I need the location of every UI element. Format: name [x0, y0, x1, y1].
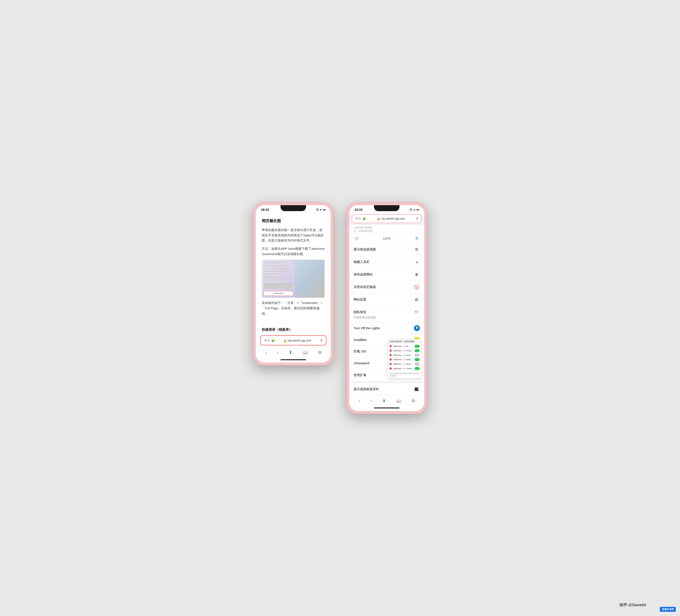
mini-ss-text-6: AdBlocker - 6. Custom: [393, 368, 413, 370]
ss-bar: [264, 265, 287, 266]
ss-right-panel: [295, 260, 324, 298]
watermark: 知乎·@Sweekli: [619, 603, 646, 608]
shield-icon: 🛡: [415, 310, 418, 314]
menu-desktop-site[interactable]: 请求桌面网站 🖥: [349, 268, 424, 281]
forward-button[interactable]: ›: [277, 350, 278, 355]
bulb-icon: 💡: [415, 326, 419, 330]
content-blocker-icon: 🚫: [413, 284, 420, 291]
bg-content: 大都习惯于使用第等。但是如果你稍: [349, 225, 424, 234]
puzzle-icon: 🧩: [271, 339, 275, 342]
signal-icon: ||||: [316, 208, 319, 211]
mini-ss-toggle-5: [415, 362, 420, 365]
url-bar-highlight[interactable]: 大小 🧩 🔒 mp.weixin.qq.com ↺: [260, 335, 327, 345]
right-phone-screen: 18:22 |||| ▲ ▬ 大小 🧩 🔒 mp.weixin.qq.com: [349, 205, 424, 411]
url-text: mp.weixin.qq.com: [381, 217, 405, 220]
svadilfari-label: Svadilfari: [353, 338, 367, 342]
turn-off-lights-label: Turn Off the Lights: [353, 326, 380, 330]
ss-bar: [264, 273, 281, 275]
quick-login-title: 快速登录（钥匙串）: [256, 324, 331, 334]
brand-badge: 蓝莓安卓网: [660, 607, 676, 612]
mini-ss-toggle-3: [415, 354, 420, 357]
mini-ss-toggle-4: [415, 358, 420, 361]
bookmarks-button[interactable]: 📖: [303, 350, 308, 355]
mini-ss-dot: [390, 368, 392, 370]
share-button[interactable]: ⬆: [382, 398, 386, 403]
back-button[interactable]: ‹: [265, 350, 267, 355]
reader-view-label: 显示阅读器视图: [353, 247, 376, 252]
mini-ss-row-4: AdBlocker - 4. Safety: [388, 357, 421, 362]
collapse-icon: ↘: [415, 260, 418, 264]
show-tab-bar-label: 显示底部标签页栏: [353, 387, 379, 391]
menu-privacy-report[interactable]: 隐私报告 🛡 没有联系过跟踪器: [349, 306, 424, 322]
left-status-icons: |||| ▲ ▬: [316, 208, 325, 211]
mini-ss-row-6: AdBlocker - 6. Custom: [388, 366, 421, 371]
tabs-button[interactable]: ⧉: [318, 350, 321, 355]
show-tab-bar-icon: ⬛: [413, 386, 420, 393]
left-phone-screen: 18:22 |||| ▲ ▬ 网页截长图 苹果的截长图功能一直没有向用户开放，虽…: [256, 205, 331, 363]
mini-ss-row-2: AdBlocker - 2. Privacy: [388, 349, 421, 353]
mini-ss-text-2: AdBlocker - 2. Privacy: [393, 350, 413, 352]
safari-url-bar-highlight[interactable]: 大小 🧩 🔒 mp.weixin.qq.com ↺: [352, 214, 422, 223]
ss-bar: [264, 262, 281, 263]
mini-ss-text-5: AdBlocker - 5. Others: [393, 363, 413, 365]
lock-icon: 🔒: [377, 217, 380, 220]
url-bar-center: 🔒 mp.weixin.qq.com: [275, 339, 320, 342]
block100-label: 拦截 100: [353, 349, 366, 353]
refresh-icon[interactable]: ↺: [416, 217, 418, 221]
menu-show-tab-bar[interactable]: 显示底部标签页栏 ⬛: [349, 383, 424, 395]
menu-reader-view[interactable]: 显示阅读器视图 ☰: [349, 243, 424, 256]
size-large[interactable]: 大: [414, 236, 420, 241]
wifi-icon: ▲: [320, 208, 322, 211]
gear-icon: ⚙️: [414, 298, 419, 302]
left-status-bar: 18:22 |||| ▲ ▬: [256, 205, 331, 213]
right-notch: [374, 205, 399, 211]
home-bar: [374, 407, 399, 408]
forward-button[interactable]: ›: [370, 398, 372, 403]
share-button[interactable]: ⬆: [289, 350, 292, 355]
bookmarks-button[interactable]: 📖: [396, 398, 401, 403]
mini-ss-text-4: AdBlocker - 4. Safety: [393, 358, 413, 361]
turn-off-lights-icon: 💡: [414, 325, 420, 331]
left-bottom-nav: ‹ › ⬆ 📖 ⧉: [256, 347, 331, 357]
signal-icon: ||||: [410, 208, 412, 211]
privacy-report-label: 隐私报告: [353, 310, 366, 314]
menu-site-settings[interactable]: 网站设置 ⚙️: [349, 294, 424, 306]
content-blocker-label: 关闭内容拦截器: [353, 285, 376, 289]
ss-bar: [264, 276, 293, 278]
menu-content-blocker[interactable]: 关闭内容拦截器 🚫: [349, 281, 424, 294]
screenshot-image: Screenshot: [262, 260, 325, 298]
ss-bar: [264, 280, 287, 281]
1password-label: 1Password: [353, 361, 369, 365]
size-small[interactable]: 小: [353, 236, 360, 241]
desktop-site-label: 请求桌面网站: [353, 272, 373, 276]
mini-ss-row-1: AdBlocker - 1. Ads: [388, 344, 421, 349]
mini-ss-dot: [390, 354, 392, 356]
wifi-icon: ▲: [413, 208, 416, 211]
page-wrapper: 18:22 |||| ▲ ▬ 网页截长图 苹果的截长图功能一直没有向用户开放，虽…: [244, 194, 436, 422]
menu-divider: [349, 381, 424, 383]
hide-toolbar-icon: ↘: [413, 259, 420, 266]
back-button[interactable]: ‹: [359, 398, 360, 403]
puzzle-icon: 🧩: [362, 217, 366, 220]
article-para2: 不过，如果在APP Store搜索下载了Awesome Screenshot就可…: [262, 246, 325, 257]
right-status-icons: |||| ▲ ▬: [410, 208, 419, 211]
tabs-button[interactable]: ⧉: [412, 398, 415, 403]
mini-ss-title: Safari浏览器 > 内容拦截器: [388, 339, 421, 344]
ss-bar: [264, 268, 293, 269]
refresh-icon[interactable]: ↺: [320, 339, 322, 343]
block-icon: 🚫: [414, 285, 419, 290]
battery-icon: ▬: [323, 208, 325, 211]
url-bar-left: 大小 🧩: [355, 217, 366, 221]
menu-hide-toolbar[interactable]: 隐藏工具栏 ↘: [349, 256, 424, 268]
url-bar-center: 🔒 mp.weixin.qq.com: [366, 217, 416, 220]
right-time: 18:22: [355, 208, 363, 211]
mini-screenshot: Safari浏览器 > 内容拦截器 AdBlocker - 1. Ads AdB…: [388, 339, 422, 379]
mini-ss-toggle-6: [415, 367, 420, 370]
privacy-report-sub: 没有联系过跟踪器: [353, 316, 376, 320]
menu-turn-off-lights[interactable]: Turn Off the Lights 💡: [349, 322, 424, 334]
bg-text: 大都习惯于使用第等。但是如果你稍: [353, 226, 420, 233]
home-indicator: [256, 357, 331, 362]
menu-section-bottom: 显示底部标签页栏 ⬛: [349, 383, 424, 395]
ss-left-panel: Screenshot: [262, 260, 295, 298]
hide-toolbar-label: 隐藏工具栏: [353, 260, 370, 264]
